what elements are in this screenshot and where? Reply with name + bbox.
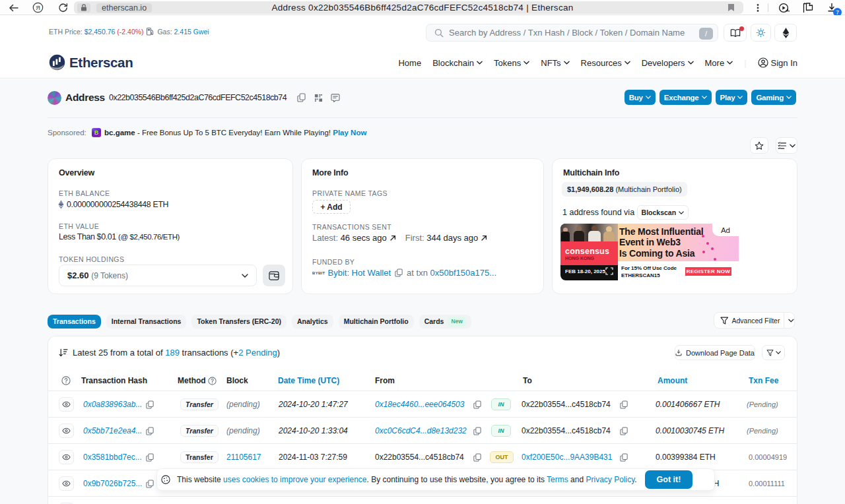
svg-text:Я: Я — [36, 5, 40, 11]
